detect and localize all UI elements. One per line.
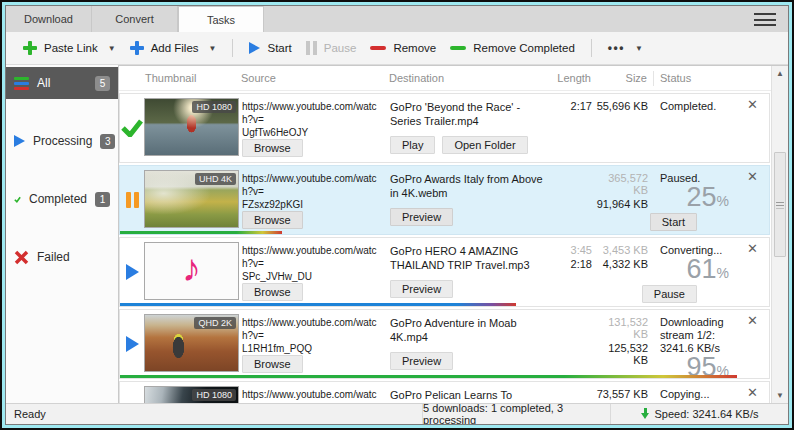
browse-button[interactable]: Browse (242, 139, 303, 157)
row-action-button[interactable]: Start (650, 213, 697, 231)
remove-completed-label: Remove Completed (473, 42, 575, 54)
sidebar-item-processing[interactable]: Processing 3 (6, 125, 118, 157)
scrollbar-thumb[interactable] (774, 152, 786, 257)
remove-task-button[interactable]: ✕ (747, 94, 769, 162)
destination-cell: GoPro Pelican Learns To Fish.mp4 (390, 382, 550, 403)
browse-button[interactable]: Browse (242, 355, 303, 373)
header-length[interactable]: Length (549, 72, 591, 84)
download-arrow-icon (641, 408, 650, 420)
header-size[interactable]: Size (591, 72, 647, 84)
pause-icon (306, 41, 317, 55)
row-state-cell (120, 94, 144, 162)
check-icon (14, 192, 21, 207)
video-thumbnail (144, 242, 239, 300)
status-text: Completed. (660, 100, 747, 113)
chevron-down-icon[interactable]: ▼ (108, 44, 116, 53)
destination-filename: GoPro Pelican Learns To Fish.mp4 (390, 388, 550, 403)
size-value: 4,332 KB (592, 258, 648, 270)
tab-download[interactable]: Download (6, 6, 92, 32)
tab-bar: Download Convert Tasks (6, 6, 788, 32)
destination-buttons: PlayOpen Folder (390, 136, 550, 154)
remove-completed-dash-icon (450, 46, 466, 50)
browse-button[interactable]: Browse (242, 283, 303, 301)
header-destination[interactable]: Destination (389, 72, 549, 84)
source-url: https://www.youtube.com/watch?v=SPc_JVHw… (242, 244, 382, 283)
progress-percent: 61% (660, 254, 747, 285)
row-action-button[interactable]: Pause (642, 285, 697, 303)
play-button[interactable]: Play (390, 136, 435, 154)
hamburger-menu-icon[interactable] (754, 13, 776, 26)
remove-dash-icon (370, 46, 386, 50)
destination-buttons: Preview (390, 208, 550, 226)
chevron-down-icon: ▼ (635, 44, 643, 53)
length-cell: 2:17 (550, 94, 592, 162)
row-state-cell (120, 382, 144, 403)
destination-buttons: Preview (390, 280, 550, 298)
scrollbar[interactable]: ▲ ▼ (771, 66, 788, 403)
cross-icon (14, 250, 29, 265)
play-icon (126, 264, 139, 280)
thumbnail-cell (144, 238, 242, 306)
task-rows: HD 1080 https://www.youtube.com/watch?v=… (119, 91, 771, 403)
sidebar-item-label: Failed (37, 250, 70, 264)
status-bar: Ready 5 downloads: 1 completed, 3 proces… (6, 403, 788, 424)
quality-badge: HD 1080 (192, 101, 236, 113)
progress-percent: 95% (660, 352, 747, 383)
tab-convert[interactable]: Convert (92, 6, 178, 32)
scroll-up-icon[interactable]: ▲ (772, 69, 788, 78)
chevron-down-icon[interactable]: ▼ (209, 44, 217, 53)
size-value: 91,964 KB (592, 198, 648, 210)
length-cell (550, 382, 592, 403)
preview-button[interactable]: Preview (390, 208, 453, 226)
video-thumbnail: UHD 4K (144, 170, 239, 228)
size-original: 3,453 KB (592, 244, 648, 256)
status-speed: Speed: 3241.64 KB/s (610, 404, 788, 424)
paste-link-button[interactable]: Paste Link ▼ (16, 37, 123, 59)
toolbar-separator (591, 39, 592, 57)
remove-task-button[interactable]: ✕ (747, 382, 769, 403)
length-cell (550, 310, 592, 378)
source-cell: https://www.youtube.com/watch?v=UgfTw6He… (242, 94, 390, 162)
remove-button[interactable]: Remove (363, 38, 443, 58)
header-source[interactable]: Source (241, 72, 389, 84)
remove-completed-button[interactable]: Remove Completed (443, 38, 582, 58)
start-button[interactable]: Start (242, 38, 298, 58)
source-cell: https://www.youtube.com/watch?v=FZsxz92p… (242, 166, 390, 234)
size-value: 55,696 KB (592, 100, 648, 112)
remove-task-button[interactable]: ✕ (747, 238, 769, 306)
open-folder-button[interactable]: Open Folder (442, 136, 527, 154)
task-row[interactable]: https://www.youtube.com/watch?v=SPc_JVHw… (119, 237, 770, 307)
status-cell: Completed. (648, 94, 747, 162)
destination-filename: GoPro Awards Italy from Above in 4K.webm (390, 172, 550, 200)
filter-all-icon (14, 77, 29, 90)
more-options-button[interactable]: ••• ▼ (601, 37, 650, 59)
remove-task-button[interactable]: ✕ (747, 166, 769, 234)
status-text: Downloading stream 1/2: 3241.6 KB/s (660, 316, 747, 355)
row-state-cell (120, 166, 144, 234)
pause-icon (126, 192, 139, 208)
size-original: 365,572 KB (592, 172, 648, 196)
browse-button[interactable]: Browse (242, 211, 303, 229)
preview-button[interactable]: Preview (390, 352, 453, 370)
scroll-down-icon[interactable]: ▼ (772, 391, 788, 400)
add-files-button[interactable]: Add Files ▼ (123, 37, 224, 59)
tab-tasks[interactable]: Tasks (178, 6, 264, 32)
remove-task-button[interactable]: ✕ (747, 310, 769, 378)
pause-button[interactable]: Pause (299, 37, 364, 59)
preview-button[interactable]: Preview (390, 280, 453, 298)
sidebar-item-failed[interactable]: Failed (6, 241, 118, 273)
header-status[interactable]: Status (653, 71, 749, 86)
header-thumbnail[interactable]: Thumbnail (143, 72, 241, 84)
quality-badge: QHD 2K (194, 317, 236, 329)
size-cell: 55,696 KB (592, 94, 648, 162)
progress-bar (120, 231, 282, 234)
sidebar-item-all[interactable]: All 5 (6, 67, 118, 99)
task-row[interactable]: HD 1080 https://www.youtube.com/watch?v=… (119, 93, 770, 163)
task-row[interactable]: HD 1080 https://www.youtube.com/watch?v=… (119, 381, 770, 403)
thumbnail-cell: QHD 2K (144, 310, 242, 378)
size-cell: 365,572 KB 91,964 KB (592, 166, 648, 234)
task-list-panel: Thumbnail Source Destination Length Size… (118, 65, 788, 403)
task-row[interactable]: QHD 2K https://www.youtube.com/watch?v=L… (119, 309, 770, 379)
sidebar-item-completed[interactable]: Completed 1 (6, 183, 118, 215)
task-row[interactable]: UHD 4K https://www.youtube.com/watch?v=F… (119, 165, 770, 235)
